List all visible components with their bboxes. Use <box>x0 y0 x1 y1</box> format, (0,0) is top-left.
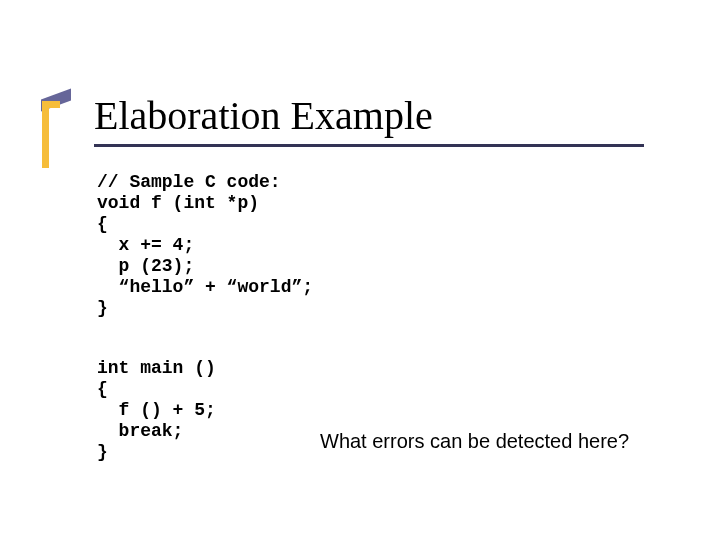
question-text: What errors can be detected here? <box>320 430 629 453</box>
code-block-2: int main () { f () + 5; break; } <box>97 358 216 463</box>
slide: Elaboration Example // Sample C code: vo… <box>0 0 720 540</box>
code-block-1: // Sample C code: void f (int *p) { x +=… <box>97 172 313 319</box>
title-accent-left <box>42 108 49 168</box>
title-accent-top <box>42 101 60 108</box>
title-underline <box>94 144 644 147</box>
slide-title: Elaboration Example <box>94 94 433 138</box>
title-wrap: Elaboration Example <box>94 94 433 138</box>
